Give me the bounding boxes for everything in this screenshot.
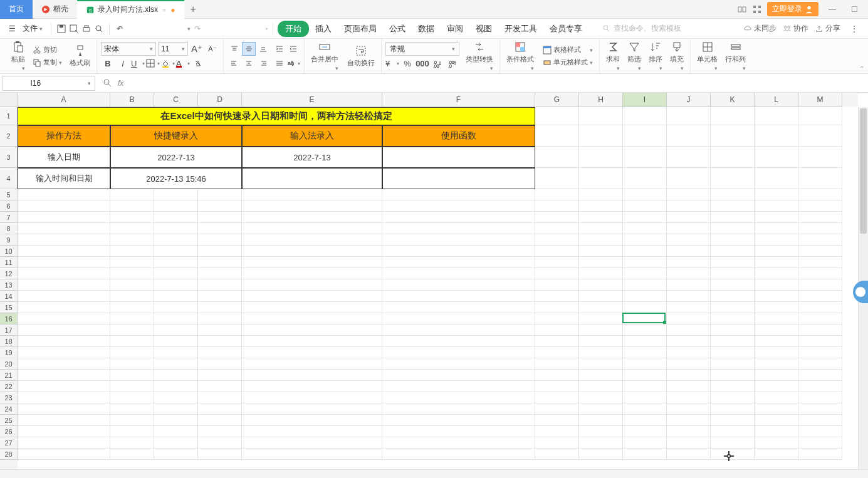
col-header-M[interactable]: M: [798, 93, 842, 107]
cell-blank[interactable]: [623, 279, 667, 291]
cell-blank[interactable]: [579, 370, 623, 381]
cell-blank[interactable]: [667, 279, 711, 291]
cell-blank[interactable]: [198, 426, 242, 437]
cell-blank[interactable]: [18, 291, 110, 302]
increase-decimal-button[interactable]: .0.00: [431, 56, 444, 70]
cell-blank[interactable]: [198, 223, 242, 234]
col-header-A[interactable]: A: [18, 93, 110, 107]
col-header-F[interactable]: F: [382, 93, 535, 107]
cell-blank[interactable]: [667, 381, 711, 392]
cell-blank[interactable]: [667, 358, 711, 370]
cell-blank[interactable]: [623, 325, 667, 336]
cell-blank[interactable]: [242, 268, 382, 279]
cell-blank[interactable]: [711, 279, 755, 291]
underline-button[interactable]: U▾: [131, 56, 145, 70]
cell-blank[interactable]: [579, 403, 623, 415]
cell-blank[interactable]: [535, 125, 579, 147]
cell-blank[interactable]: [198, 381, 242, 392]
cell-blank[interactable]: [535, 291, 579, 302]
cell-blank[interactable]: [198, 200, 242, 212]
cell-blank[interactable]: [198, 336, 242, 347]
cell-blank[interactable]: [154, 381, 198, 392]
cell-blank[interactable]: [198, 370, 242, 381]
cell-blank[interactable]: [382, 370, 535, 381]
cell-hdr-f[interactable]: 使用函数: [382, 125, 535, 147]
cell-blank[interactable]: [535, 147, 579, 168]
cell-blank[interactable]: [18, 268, 110, 279]
cell-blank[interactable]: [755, 200, 798, 212]
cell-blank[interactable]: [382, 246, 535, 257]
cell-blank[interactable]: [798, 168, 842, 189]
cell-blank[interactable]: [18, 212, 110, 223]
cell-blank[interactable]: [382, 212, 535, 223]
cell-blank[interactable]: [18, 336, 110, 347]
cell-blank[interactable]: [711, 302, 755, 313]
cell-blank[interactable]: [623, 189, 667, 200]
cell-blank[interactable]: [198, 347, 242, 358]
cell-blank[interactable]: [755, 107, 798, 125]
cell-blank[interactable]: [382, 189, 535, 200]
cell-blank[interactable]: [755, 358, 798, 370]
cell-style-button[interactable]: 单元格样式▾: [540, 56, 595, 68]
sum-button[interactable]: 求和▾: [604, 41, 622, 71]
row-header-13[interactable]: 13: [0, 279, 18, 291]
cell-blank[interactable]: [535, 223, 579, 234]
cell-blank[interactable]: [154, 426, 198, 437]
cell-blank[interactable]: [110, 358, 154, 370]
cell-blank[interactable]: [18, 257, 110, 268]
cell-blank[interactable]: [667, 336, 711, 347]
cell-blank[interactable]: [110, 325, 154, 336]
command-search[interactable]: 查找命令、搜索模板: [602, 23, 681, 34]
row-header-19[interactable]: 19: [0, 347, 18, 358]
cell-blank[interactable]: [667, 403, 711, 415]
cell-blank[interactable]: [154, 336, 198, 347]
align-top-button[interactable]: [227, 42, 241, 56]
cell-r3-a[interactable]: 输入日期: [18, 147, 110, 168]
cell-blank[interactable]: [110, 313, 154, 325]
cell-blank[interactable]: [535, 370, 579, 381]
cell-blank[interactable]: [382, 347, 535, 358]
cell-blank[interactable]: [110, 223, 154, 234]
cell-blank[interactable]: [667, 189, 711, 200]
cell-blank[interactable]: [711, 358, 755, 370]
decrease-font-button[interactable]: A⁻: [206, 42, 219, 56]
cell-blank[interactable]: [154, 403, 198, 415]
cell-blank[interactable]: [755, 370, 798, 381]
cell-blank[interactable]: [242, 415, 382, 426]
cell-blank[interactable]: [110, 426, 154, 437]
cell-blank[interactable]: [798, 449, 842, 460]
cell-blank[interactable]: [579, 449, 623, 460]
cell-blank[interactable]: [798, 189, 842, 200]
cell-blank[interactable]: [755, 223, 798, 234]
cell-title[interactable]: 在Excel中如何快速录入日期和时间，两种方法轻松搞定: [18, 107, 535, 125]
cell-blank[interactable]: [798, 212, 842, 223]
cell-blank[interactable]: [711, 437, 755, 449]
cell-blank[interactable]: [623, 125, 667, 147]
cell-blank[interactable]: [382, 302, 535, 313]
cell-blank[interactable]: [798, 147, 842, 168]
cell-blank[interactable]: [535, 200, 579, 212]
cell-r3-e[interactable]: 2022-7-13: [242, 147, 382, 168]
cell-blank[interactable]: [579, 268, 623, 279]
cell-blank[interactable]: [154, 370, 198, 381]
cell-blank[interactable]: [755, 392, 798, 403]
cell-blank[interactable]: [535, 325, 579, 336]
cell-blank[interactable]: [623, 381, 667, 392]
cell-blank[interactable]: [623, 370, 667, 381]
cell-blank[interactable]: [798, 302, 842, 313]
cell-blank[interactable]: [579, 437, 623, 449]
cell-blank[interactable]: [198, 246, 242, 257]
cell-blank[interactable]: [579, 257, 623, 268]
cell-blank[interactable]: [711, 168, 755, 189]
row-header-7[interactable]: 7: [0, 212, 18, 223]
cell-blank[interactable]: [798, 358, 842, 370]
save-as-icon[interactable]: [68, 23, 80, 34]
cell-blank[interactable]: [711, 189, 755, 200]
cell-blank[interactable]: [154, 291, 198, 302]
cell-blank[interactable]: [755, 336, 798, 347]
row-header-26[interactable]: 26: [0, 426, 18, 437]
cell-hdr-e[interactable]: 输入法录入: [242, 125, 382, 147]
align-center-button[interactable]: [242, 56, 256, 70]
cell-blank[interactable]: [198, 437, 242, 449]
row-header-6[interactable]: 6: [0, 200, 18, 212]
